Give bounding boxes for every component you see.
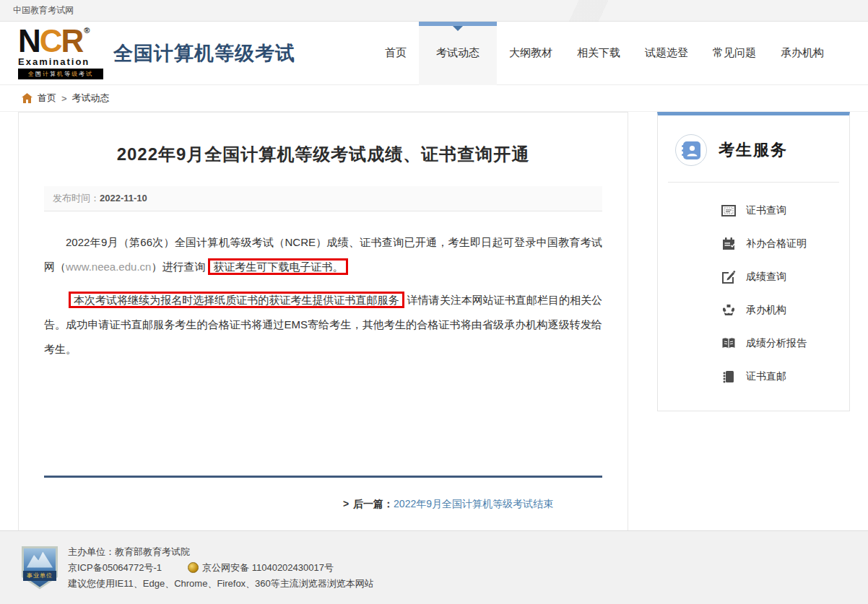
supplement-certificate-icon: [721, 237, 736, 251]
breadcrumb-current[interactable]: 考试动态: [72, 92, 110, 105]
score-query-icon: [721, 270, 736, 284]
badge-label: 事业单位: [23, 571, 56, 581]
breadcrumb-separator: >: [61, 93, 67, 104]
paragraph-1: 2022年9月（第66次）全国计算机等级考试（NCRE）成绩、证书查询已开通，考…: [44, 230, 602, 279]
nav-item-exam-news[interactable]: 考试动态: [419, 22, 497, 85]
sidebar-item-label: 证书查询: [746, 204, 786, 217]
sidebar-item-label: 成绩查询: [746, 271, 786, 284]
red-highlight-box-1: 获证考生可下载电子证书。: [208, 258, 348, 275]
article-title: 2022年9月全国计算机等级考试成绩、证书查询开通: [44, 143, 602, 166]
home-icon: [22, 93, 32, 103]
logo-letters: NCR®: [18, 27, 103, 56]
certificate-mail-icon: [721, 369, 736, 384]
logo-letter-c: C: [40, 27, 61, 56]
footer-icp[interactable]: 京ICP备05064772号-1: [68, 560, 162, 576]
article-body: 2022年9月（第66次）全国计算机等级考试（NCRE）成绩、证书查询已开通，考…: [44, 230, 602, 362]
nav-item-home[interactable]: 首页: [373, 22, 419, 85]
footer-police-record[interactable]: 京公网安备 11040202430017号: [202, 560, 334, 576]
footer-organizer: 主办单位：教育部教育考试院: [68, 544, 374, 560]
nav-item-sample-questions[interactable]: 试题选登: [633, 22, 700, 85]
police-emblem-icon: [188, 562, 199, 573]
logo-letter-n: N: [18, 27, 40, 56]
registered-trademark-icon: ®: [84, 27, 90, 35]
page-content: 2022年9月全国计算机等级考试成绩、证书查询开通 发布时间：2022-11-1…: [0, 112, 868, 545]
nav-item-faq[interactable]: 常见问题: [700, 22, 768, 85]
sidebar-item-label: 证书直邮: [746, 370, 786, 383]
top-utility-bar: 中国教育考试网: [0, 0, 868, 22]
next-article-link[interactable]: 2022年9月全国计算机等级考试结束: [394, 498, 553, 509]
sidebar-item-certificate-mail[interactable]: 证书直邮: [658, 360, 849, 393]
sidebar-item-certificate-query[interactable]: 证书查询: [658, 194, 849, 227]
site-header: NCR® Examination 全国计算机等级考试 全国计算机等级考试 首页 …: [0, 22, 868, 85]
publish-bar: 发布时间：2022-11-10: [44, 186, 602, 211]
candidate-services-icon: [675, 134, 707, 166]
candidate-services-panel: 考生服务 证书查询 补办合格证明 成绩查询 承办机构: [657, 112, 850, 411]
next-arrow: >: [343, 498, 349, 509]
sidebar-item-label: 补办合格证明: [746, 237, 807, 250]
red-highlight-box-2: 本次考试将继续为报名时选择纸质证书的获证考生提供证书直邮服务: [69, 292, 404, 308]
sidebar-item-label: 成绩分析报告: [746, 337, 807, 350]
next-article-row: >后一篇：2022年9月全国计算机等级考试结束: [44, 498, 602, 511]
site-footer: 事业单位 主办单位：教育部教育考试院 京ICP备05064772号-1 京公网安…: [0, 530, 868, 604]
nav-item-organizers[interactable]: 承办机构: [768, 22, 836, 85]
site-title: 全国计算机等级考试: [113, 40, 295, 66]
certificate-icon: [721, 203, 736, 218]
sidebar-title: 考生服务: [719, 139, 788, 161]
neea-link[interactable]: www.neea.edu.cn: [66, 261, 151, 273]
site-name[interactable]: 中国教育考试网: [13, 4, 74, 17]
sidebar-item-label: 承办机构: [746, 304, 786, 317]
sidebar-divider: [668, 182, 839, 183]
breadcrumb-home-link[interactable]: 首页: [38, 92, 56, 105]
organizer-icon: [721, 303, 736, 318]
sidebar-item-supplement-certificate[interactable]: 补办合格证明: [658, 227, 849, 261]
sidebar-header: 考生服务: [658, 115, 849, 182]
logo-letter-r: R: [61, 27, 83, 56]
article-container: 2022年9月全国计算机等级考试成绩、证书查询开通 发布时间：2022-11-1…: [18, 112, 628, 545]
decorative-watermark: [500, 0, 687, 22]
ncre-logo[interactable]: NCR® Examination 全国计算机等级考试: [18, 27, 103, 79]
nav-item-downloads[interactable]: 相关下载: [565, 22, 633, 85]
article-bottom-divider: [44, 476, 602, 478]
paragraph-2: 本次考试将继续为报名时选择纸质证书的获证考生提供证书直邮服务详情请关注本网站证书…: [44, 288, 602, 362]
sidebar-item-organizers[interactable]: 承办机构: [658, 294, 849, 327]
sidebar-item-score-query[interactable]: 成绩查询: [658, 261, 849, 294]
footer-text-block: 主办单位：教育部教育考试院 京ICP备05064772号-1 京公网安备 110…: [68, 544, 374, 592]
logo-banner: 全国计算机等级考试: [18, 69, 103, 79]
nav-item-syllabus[interactable]: 大纲教材: [497, 22, 565, 85]
logo-examination-text: Examination: [18, 56, 103, 67]
publish-date: 2022-11-10: [100, 193, 147, 203]
public-institution-badge: 事业单位: [22, 546, 58, 590]
breadcrumb: 首页 > 考试动态: [0, 85, 868, 112]
publish-label: 发布时间：: [53, 193, 100, 203]
sidebar-item-score-report[interactable]: 成绩分析报告: [658, 327, 849, 360]
next-label: 后一篇：: [353, 498, 394, 509]
main-nav: 首页 考试动态 大纲教材 相关下载 试题选登 常见问题 承办机构: [373, 22, 836, 85]
report-icon: [721, 336, 736, 351]
footer-browser-advice: 建议您使用IE11、Edge、Chrome、Firefox、360等主流浏览器浏…: [68, 576, 374, 592]
